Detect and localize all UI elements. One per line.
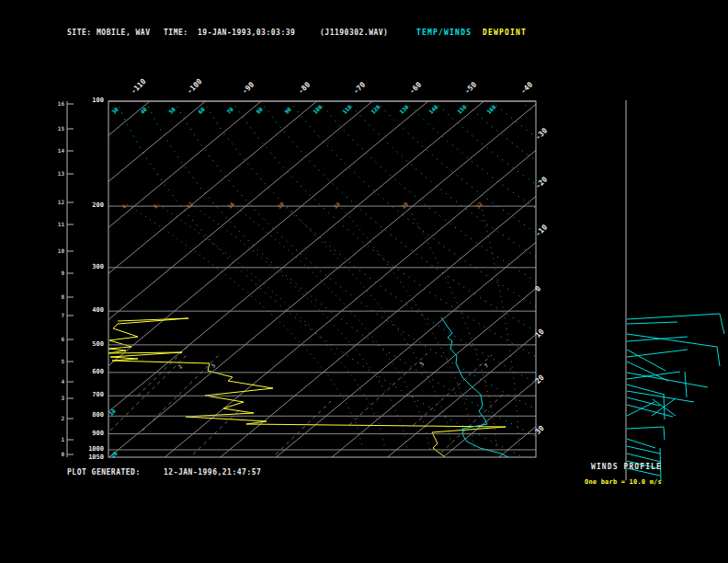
pressure-label: 600 [80,369,104,375]
height-km-label: 4 [51,379,64,385]
plot-generated-value: 12-JAN-1996,21:47:57 [164,468,261,477]
wind-barb [627,402,654,416]
height-km-label: 14 [51,148,64,154]
isobar-lines [108,101,536,450]
height-axis [67,101,74,457]
pressure-label: 200 [80,202,104,209]
pressure-label: 1000 [80,446,104,453]
wind-barb [627,439,655,448]
pressure-label: 1050 [80,454,104,461]
winds-profile-panel [626,100,724,481]
height-km-label: 8 [51,294,64,300]
plot-generated-label: PLOT GENERATED: [67,468,141,477]
height-km-label: 3 [51,396,64,401]
wind-barb [627,322,677,324]
winds-barb-scale-note: One barb = 10.0 m/s [585,478,662,486]
wind-barb [685,372,687,397]
height-km-label: 15 [51,126,64,132]
wind-barb [627,372,680,379]
pressure-label: 500 [80,341,104,348]
temperature-trace [441,317,508,457]
plot-frame [108,101,536,457]
height-km-label: 11 [51,222,64,227]
wind-barb [627,337,688,341]
dewpoint-trace [108,318,506,456]
height-km-label: 1 [51,437,64,442]
pressure-label: 700 [80,392,104,398]
pressure-label: 100 [80,98,104,104]
height-km-label: 5 [51,359,64,364]
wind-barb [627,405,673,417]
wind-barb [627,454,661,462]
pressure-label: 400 [80,307,104,314]
height-km-label: 10 [51,248,64,254]
isotherm-lines [0,101,728,457]
wind-barb [664,395,665,419]
wind-barb [627,334,720,366]
height-km-label: 12 [51,200,64,205]
height-km-label: 7 [51,313,64,318]
winds-profile-title: WINDS PROFILE [591,463,662,471]
pressure-label: 900 [80,431,104,437]
height-km-label: 2 [51,416,64,421]
dry-adiabat-lines [117,101,728,457]
height-km-label: 0 [51,452,64,457]
wind-barb [627,446,660,454]
height-km-label: 16 [51,101,64,107]
wind-barb [627,314,724,334]
wind-barb [627,397,660,406]
wind-barb [627,427,665,440]
height-km-label: 9 [51,270,64,276]
wind-barb [627,350,688,357]
wind-barb [627,385,665,395]
pressure-label: 300 [80,264,104,270]
skewt-sounding-screen: SITE: MOBILE, WAV TIME: 19-JAN-1993,03:0… [0,0,728,563]
height-km-label: 13 [51,171,64,177]
wind-barb [627,373,708,387]
pressure-label: 800 [80,412,104,419]
plot-grid [0,101,728,457]
height-km-label: 6 [51,337,64,342]
